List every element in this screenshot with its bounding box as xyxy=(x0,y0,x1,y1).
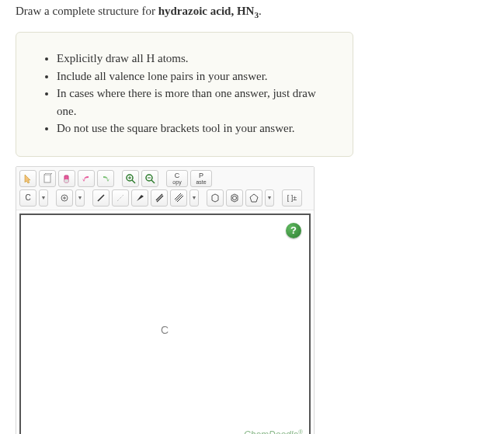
instruction-item: In cases where there is more than one an… xyxy=(57,85,331,120)
help-icon: ? xyxy=(290,224,297,236)
svg-line-13 xyxy=(98,195,104,201)
svg-line-14 xyxy=(117,195,123,201)
copy-label-bottom: opy xyxy=(172,179,181,185)
drawing-canvas[interactable]: ? C ChemDoodle® xyxy=(19,214,311,435)
toolbar-separator xyxy=(161,170,164,187)
brand-mark: ® xyxy=(298,429,303,435)
charge-dropdown-button[interactable]: ▼ xyxy=(75,189,85,207)
charge-button[interactable] xyxy=(56,189,73,207)
bracket-tool-button[interactable]: [ ]± xyxy=(282,189,302,207)
paste-label-bottom: aste xyxy=(196,179,206,185)
help-button[interactable]: ? xyxy=(286,223,301,238)
toolbar-separator xyxy=(276,189,280,207)
recessed-bond-button[interactable] xyxy=(112,189,129,207)
chemdoodle-brand: ChemDoodle® xyxy=(244,429,303,435)
svg-line-8 xyxy=(151,180,155,183)
toolbar-row-1: Copy Paste xyxy=(19,170,311,187)
wedge-bond-button[interactable] xyxy=(131,189,148,207)
svg-marker-20 xyxy=(212,194,218,202)
redo-button[interactable] xyxy=(97,170,114,187)
cyclopentane-button[interactable] xyxy=(245,189,262,207)
instruction-item: Explicitly draw all H atoms. xyxy=(57,50,331,68)
svg-rect-0 xyxy=(44,175,50,182)
question-prefix: Draw a complete structure for xyxy=(16,5,158,17)
canvas-container: ? C ChemDoodle® xyxy=(16,210,314,435)
compound-name: hydrazoic acid, HN xyxy=(158,5,255,17)
question-suffix: . xyxy=(259,5,262,17)
toolbar-separator xyxy=(50,189,54,207)
undo-button[interactable] xyxy=(78,170,95,187)
element-button[interactable]: C xyxy=(19,189,36,207)
ring-dropdown-button[interactable]: ▼ xyxy=(265,189,274,207)
toolbar-separator xyxy=(87,189,90,207)
svg-rect-2 xyxy=(64,179,68,182)
toolbar-separator xyxy=(201,189,204,207)
svg-point-22 xyxy=(233,196,237,200)
move-tool-button[interactable] xyxy=(19,170,36,187)
paste-button[interactable]: Paste xyxy=(190,170,212,187)
chemdoodle-editor: Copy Paste C ▼ ▼ ▼ ▼ [ ]± ? C xyxy=(16,166,315,435)
instruction-item: Include all valence lone pairs in your a… xyxy=(57,68,331,85)
zoom-out-button[interactable] xyxy=(141,170,158,187)
toolbar-separator xyxy=(116,170,120,187)
cyclohexane-button[interactable] xyxy=(207,189,224,207)
element-dropdown-button[interactable]: ▼ xyxy=(39,189,48,207)
bracket-label: [ ]± xyxy=(287,194,297,202)
copy-button[interactable]: Copy xyxy=(166,170,188,187)
element-label: C xyxy=(25,193,30,202)
bond-dropdown-button[interactable]: ▼ xyxy=(189,189,199,207)
zoom-in-button[interactable] xyxy=(122,170,139,187)
copy-label-top: C xyxy=(175,172,180,179)
instructions-list: Explicitly draw all H atoms. Include all… xyxy=(38,50,331,137)
clear-tool-button[interactable] xyxy=(39,170,56,187)
instructions-box: Explicitly draw all H atoms. Include all… xyxy=(16,32,353,157)
single-bond-button[interactable] xyxy=(92,189,109,207)
placeholder-atom: C xyxy=(161,324,169,336)
erase-tool-button[interactable] xyxy=(58,170,75,187)
brand-text: ChemDoodle xyxy=(244,429,298,435)
toolbar-row-2: C ▼ ▼ ▼ ▼ [ ]± xyxy=(19,189,311,207)
double-bond-button[interactable] xyxy=(151,189,168,207)
svg-marker-23 xyxy=(250,194,258,202)
toolbar: Copy Paste C ▼ ▼ ▼ ▼ [ ]± xyxy=(16,167,314,210)
instruction-item: Do not use the square brackets tool in y… xyxy=(57,120,331,137)
triple-bond-button[interactable] xyxy=(170,189,187,207)
paste-label-top: P xyxy=(199,172,203,179)
question-text: Draw a complete structure for hydrazoic … xyxy=(16,5,488,19)
svg-line-4 xyxy=(132,180,135,183)
benzene-button[interactable] xyxy=(226,189,243,207)
